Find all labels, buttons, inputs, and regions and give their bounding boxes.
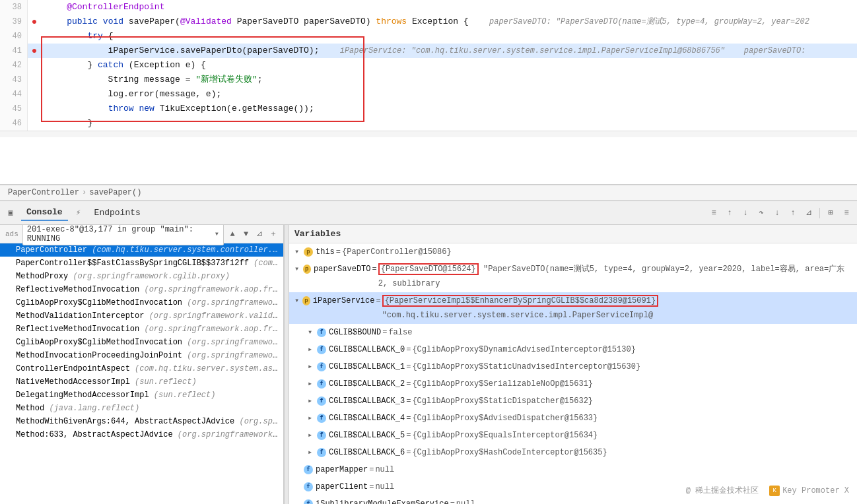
frame-item[interactable]: ReflectiveMethodInvocation (org.springfr… [0,283,283,296]
variable-item[interactable]: piPaperService = {PaperServiceImpl$$Enha… [289,292,857,324]
expand-arrow[interactable] [294,294,302,308]
expand-arrow[interactable] [308,445,317,460]
toolbar-down-icon[interactable]: ↓ [740,208,751,218]
var-value-highlighted: {PaperSaveDTO@15624} [378,263,479,275]
line-number: 45 [0,102,28,116]
toolbar-step-into-icon[interactable]: ↓ [772,208,782,218]
line-content: try { [41,29,857,44]
var-value: {CglibAopProxy$StaticUnadvisedIntercepto… [412,360,640,374]
frame-item[interactable]: MethodProxy (org.springframework.cglib.p… [0,270,283,283]
tab-endpoints[interactable]: Endpoints [89,205,146,220]
resize-handle[interactable] [284,225,289,504]
frame-item[interactable]: Method (java.lang.reflect) [0,402,283,415]
toolbar-settings-icon[interactable]: ≡ [841,208,852,218]
toolbar-list-icon[interactable]: ≡ [708,208,719,218]
frame-up-icon[interactable]: ▲ [228,229,238,239]
frame-item[interactable]: PaperController$$FastClassBySpringCGLIB$… [0,257,283,270]
variable-item[interactable]: fCGLIB$CALLBACK_4 = {CglibAopProxy$Advis… [289,410,857,427]
var-type-icon: f [317,379,326,389]
variable-item[interactable]: ppaperSaveDTO = {PaperSaveDTO@15624} "Pa… [289,261,857,292]
frame-package: (org.springframework.aop.aspect) [178,430,283,439]
code-segment: void [103,16,123,26]
breadcrumb: PaperController › savePaper() [0,185,857,201]
code-segment [46,104,108,113]
variable-item[interactable]: fCGLIB$CALLBACK_3 = {CglibAopProxy$Stati… [289,393,857,410]
expand-arrow[interactable] [308,325,317,340]
frame-item[interactable]: DelegatingMethodAccessorImpl (sun.reflec… [0,389,283,402]
variable-item[interactable]: fCGLIB$BOUND = false [289,324,857,341]
frame-item[interactable]: PaperController (com.hq.tiku.server.syst… [0,243,283,257]
variable-item[interactable]: fCGLIB$CALLBACK_6 = {CglibAopProxy$HashC… [289,444,857,461]
frame-package: (org.springframework.validation.beanvali… [149,311,283,321]
line-content: iPaperService.savePaperDto(paperSaveDTO)… [41,44,857,58]
frame-add-icon[interactable]: ＋ [268,229,278,239]
code-line-43: 43 String message = "新增试卷失败"; [0,73,857,87]
var-name: iPaperService [313,294,375,308]
var-type-icon: f [317,396,326,406]
line-number: 39 [0,15,28,29]
frame-item[interactable]: NativeMethodAccessorImpl (sun.reflect) [0,375,283,389]
tab-console[interactable]: Console [21,205,68,221]
line-content: } catch (Exception e) { [41,58,857,73]
variable-item[interactable]: fpaperMapper = null [289,461,857,478]
toolbar-filter-icon[interactable]: ⊿ [804,208,814,218]
variable-item[interactable]: fiSublibraryModuleExamService = null [289,495,857,504]
code-segment: throws [376,16,407,26]
var-name: CGLIB$CALLBACK_5 [329,428,405,443]
variable-item[interactable]: fCGLIB$CALLBACK_0 = {CglibAopProxy$Dynam… [289,341,857,358]
code-segment: public [67,16,98,26]
frame-down-icon[interactable]: ▼ [241,229,251,239]
expand-arrow[interactable] [308,428,317,443]
console-icon: ▣ [5,208,16,218]
horizontal-scrollbar[interactable] [0,131,857,137]
toolbar-step-over-icon[interactable]: ↷ [756,208,767,218]
toolbar-separator [819,208,820,218]
frame-item[interactable]: MethodValidationInterceptor (org.springf… [0,309,283,323]
breakpoint-icon: ● [32,44,37,58]
line-number: 43 [0,73,28,87]
expand-arrow[interactable] [294,245,304,259]
toolbar-up-icon[interactable]: ↑ [724,208,735,218]
frame-item[interactable]: CglibAopProxy$CglibMethodInvocation (org… [0,336,283,349]
variable-item[interactable]: fCGLIB$CALLBACK_5 = {CglibAopProxy$Equal… [289,427,857,444]
var-name: CGLIB$BOUND [329,325,381,340]
var-name: this [316,245,335,259]
var-equals: = [406,377,411,391]
expand-arrow[interactable] [308,342,317,357]
var-value: {CglibAopProxy$EqualsInterceptor@15634} [412,428,598,443]
expand-arrow[interactable] [308,411,317,425]
code-segment: log.error(message, e); [46,89,221,99]
frame-item[interactable]: ControllerEndpointAspect (com.hq.tiku.se… [0,362,283,375]
var-value: {PaperServiceImpl$$EnhancerBySpringCGLIB… [382,294,852,323]
expand-arrow[interactable] [294,262,303,276]
frame-class-name: MethodValidationInterceptor [16,311,149,321]
variable-item[interactable]: fCGLIB$CALLBACK_2 = {CglibAopProxy$Seria… [289,375,857,393]
frame-item[interactable]: CglibAopProxy$CglibMethodInvocation (org… [0,296,283,309]
line-content: public void savePaper(@Validated PaperSa… [41,15,857,29]
expand-arrow[interactable] [308,360,317,374]
frame-item[interactable]: ReflectiveMethodInvocation (org.springfr… [0,323,283,336]
frame-item[interactable]: Method:633, AbstractAspectJAdvice (org.s… [0,428,283,441]
frame-item[interactable]: MethodInvocationProceedingJoinPoint (org… [0,349,283,362]
var-equals: = [406,428,411,443]
var-type-icon: f [304,499,313,504]
breadcrumb-class: PaperController [8,188,79,197]
line-icon: ● [28,15,41,29]
toolbar-grid-icon[interactable]: ⊞ [825,208,836,218]
code-segment [46,31,87,41]
code-segment: throw [108,104,134,113]
var-value-extra: "com.hq.tiku.server.system.service.impl.… [382,311,653,320]
var-type-icon: p [303,265,312,274]
variable-item[interactable]: fCGLIB$CALLBACK_1 = {CglibAopProxy$Stati… [289,358,857,375]
thread-selector[interactable]: 201-exec-8"@13,177 in group "main": RUNN… [22,225,224,245]
frame-filter-icon[interactable]: ⊿ [255,229,265,239]
frame-item[interactable]: MethodWithGivenArgs:644, AbstractAspectJ… [0,415,283,428]
variable-item[interactable]: pthis = {PaperController@15086} [289,243,857,261]
expand-arrow[interactable] [308,394,317,408]
var-name: CGLIB$CALLBACK_6 [329,445,405,460]
line-number: 40 [0,29,28,44]
var-type-icon: f [317,414,326,423]
toolbar-step-out-icon[interactable]: ↑ [788,208,798,218]
frame-class-name: MethodWithGivenArgs:644, AbstractAspectJ… [16,417,239,426]
expand-arrow[interactable] [308,377,317,391]
